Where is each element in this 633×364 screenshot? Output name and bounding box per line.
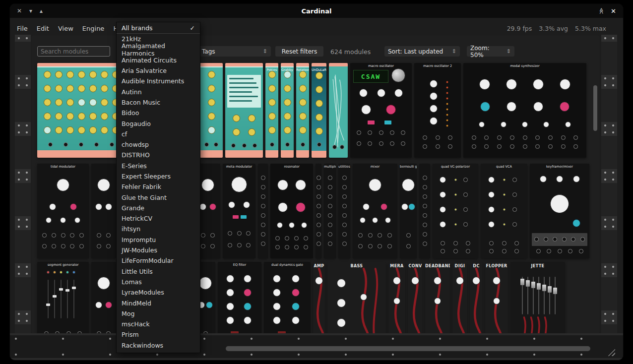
brand-menu-item[interactable]: Autinn [117,86,200,97]
menu-item-view[interactable]: View [58,25,73,32]
menu-item-file[interactable]: File [17,25,28,32]
tags-dropdown[interactable]: Tags ⇕ [198,46,271,57]
cpu-avg-stat: 3.3% avg [539,25,568,32]
module-name: quad VC-polarizer [433,165,478,169]
module-tile[interactable]: BASS [327,262,386,333]
module-tile[interactable]: segment generator [37,262,89,333]
module-name: EQ filter [218,263,261,267]
module-tile[interactable]: Grabby [281,63,294,158]
module-name: resonator [270,165,313,169]
brand-menu-item[interactable]: ihtsyn [117,224,200,234]
module-name: utilities [338,165,350,169]
module-tile[interactable]: DIGI [452,262,467,333]
module-tile[interactable]: resonator [270,164,313,258]
brand-menu-item[interactable]: Aria Salvatrice [117,65,200,76]
module-name: UnDuLaR [312,68,326,72]
brand-menu-item[interactable]: Grande [117,203,200,213]
module-tile[interactable]: quad VCA [481,164,527,258]
module-tile[interactable] [258,164,268,258]
module-name: mixer [353,165,397,169]
menu-item-all-brands[interactable]: All brands ✓ [117,22,200,33]
brand-menu-item[interactable]: LyraeModules [117,287,200,298]
brand-menu-item[interactable]: MindMeld [117,298,200,308]
brand-list: 21kHzAmalgamated HarmonicsAnimated Circu… [117,34,200,351]
module-tile[interactable]: keyframer/mixer [530,164,589,258]
horizontal-scrollbar[interactable] [226,346,590,351]
brand-menu-item[interactable]: Rackwindows [117,340,200,351]
module-tile[interactable] [419,164,430,258]
module-tile[interactable]: utilities [338,164,350,258]
module-tile[interactable] [225,63,263,158]
module-tile[interactable]: CONV [408,262,423,333]
chevron-down-icon[interactable]: ▾ [29,7,32,14]
chevron-up-icon[interactable]: ▴ [40,7,43,14]
brand-menu-item[interactable]: chowdsp [117,139,200,150]
brand-menu-item[interactable]: Impromptu [117,235,200,245]
module-tile[interactable]: dual dynamics gate [264,262,311,333]
brand-menu-item[interactable]: Little Utils [117,266,200,277]
module-tile[interactable]: Rotatoes [296,63,309,158]
brand-menu-item[interactable]: Audible Instruments [117,76,200,86]
tags-dropdown-label: Tags [202,48,215,55]
brand-menu-item[interactable]: Amalgamated Harmonics [117,44,200,55]
module-tile[interactable]: DEADBAND [425,262,450,333]
module-name: CONV [408,264,423,268]
module-tile[interactable] [200,63,223,158]
module-tile[interactable]: macro oscillator 2 [414,63,461,158]
cpu-max-stat: 5.3% max [575,25,606,32]
brand-menu-item[interactable]: Mog [117,308,200,319]
zoom-dropdown[interactable]: Zoom: 50% ⇕ [467,46,514,57]
brand-menu-item[interactable]: Bogaudio [117,118,200,128]
close-icon[interactable]: ✕ [17,7,22,14]
brand-menu-item[interactable]: mscHack [117,319,200,329]
zoom-dropdown-label: Zoom: 50% [470,45,503,59]
module-tile[interactable]: MERA [388,262,405,333]
brand-menu-item[interactable]: Expert Sleepers [117,171,200,182]
brand-menu-item[interactable]: Glue the Giant [117,192,200,202]
module-tile[interactable]: UnDuLaR [312,63,326,158]
brand-menu-item[interactable]: DISTRHO [117,150,200,160]
search-input[interactable] [37,46,110,57]
module-tile[interactable]: bernoulli gate [400,164,417,258]
module-tile[interactable]: DC [470,262,483,333]
brand-menu-item[interactable]: E-Series [117,161,200,171]
module-tile[interactable]: meta modulator [223,164,255,258]
brand-menu-item[interactable]: Fehler Fabrik [117,182,200,192]
module-tile[interactable] [329,63,348,158]
module-tile[interactable]: modal synthesizer [463,63,586,158]
module-tile[interactable]: FLOPPER [485,262,508,333]
x-logo-icon[interactable]: ✕ [611,7,616,15]
module-name: DEADBAND [425,264,450,268]
module-tile[interactable]: multiples [324,164,336,258]
module-tile[interactable]: macro oscillatorCSAW [350,63,412,158]
brand-menu-item[interactable]: Lomas [117,277,200,287]
brand-menu-item[interactable]: HetrickCV [117,213,200,224]
vertical-scrollbar[interactable] [593,85,597,131]
module-name: FLOPPER [485,264,508,268]
module-tile[interactable]: JETTE [510,262,565,333]
module-name: Rotatoes [296,68,309,72]
brand-menu-item[interactable]: LifeFormModular [117,255,200,266]
module-tile[interactable] [91,164,116,258]
collapse-icon[interactable]: ≫ [598,8,605,14]
menu-item-edit[interactable]: Edit [37,25,49,32]
module-tile[interactable]: EQ filter [218,262,261,333]
module-tile[interactable]: AMP [313,262,325,333]
check-icon: ✓ [190,24,195,32]
module-name: BASS [327,264,386,268]
menu-item-engine[interactable]: Engine [82,25,105,32]
module-tile[interactable]: quad VC-polarizer [433,164,478,258]
module-tile[interactable] [316,164,321,258]
brand-menu-item[interactable]: Prism [117,329,200,340]
brand-menu-item[interactable]: Bacon Music [117,97,200,108]
module-tile[interactable] [91,262,116,333]
brand-menu-item[interactable]: JW-Modules [117,245,200,255]
brand-menu-item[interactable]: cf [117,129,200,139]
sort-dropdown[interactable]: Sort: Last updated ⇕ [384,46,460,57]
module-name: DC [470,264,483,268]
reset-filters-button[interactable]: Reset filters [275,46,323,57]
brand-menu-item[interactable]: Bidoo [117,108,200,118]
module-tile[interactable]: mixer [353,164,397,258]
module-tile[interactable]: tidal modulator [37,164,89,258]
module-tile[interactable]: Pokies [265,63,278,158]
